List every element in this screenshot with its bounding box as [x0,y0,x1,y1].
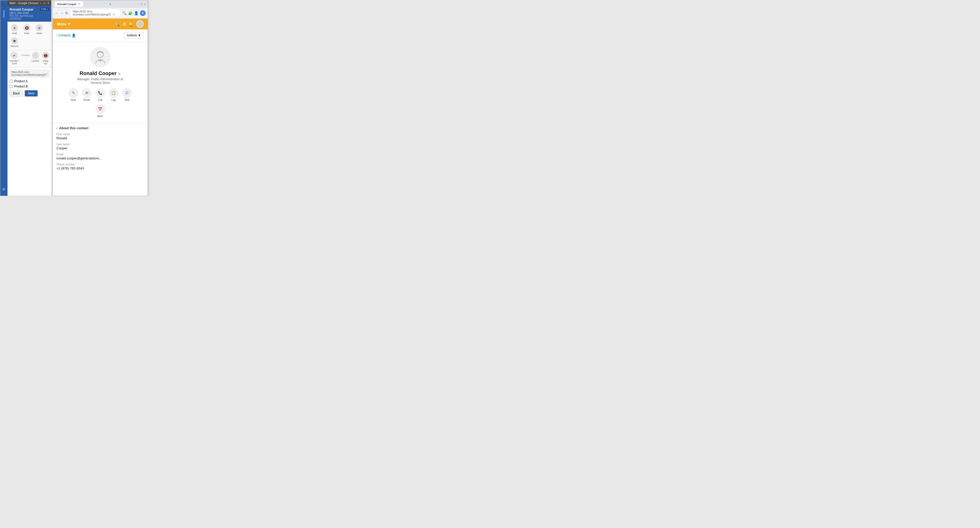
hold-label: Hold [12,32,17,35]
url-text: https://b32.nice-incontact.com/WebScript… [73,10,111,16]
first-name-label: First name [56,132,144,136]
log-label: Log [111,99,116,101]
chrome-tab[interactable]: Ronald Cooper ✕ [55,1,83,7]
extensions-icon[interactable]: 🧩 [128,11,132,15]
caller-id: RM_0B_AgentScript (4136642) [10,14,40,20]
forward-nav-button[interactable]: → [60,11,64,15]
call-header: Ronald Cooper (801) 598-6260 RM_0B_Agent… [8,6,51,22]
hangup-icon: 📵 [42,52,49,59]
new-tab-button[interactable]: + [109,2,111,6]
profile-avatar[interactable]: A [140,10,146,16]
last-name-field: Last name Cooper [56,143,144,150]
refresh-button[interactable]: ↻ [65,11,68,15]
user-avatar[interactable] [136,21,143,28]
task-action[interactable]: ☑ Task [123,88,132,101]
phone-icon[interactable]: 📞 [2,3,6,7]
task-icon: ☑ [123,88,132,97]
notifications-icon[interactable]: 🔔 [129,22,134,27]
phone-field: Phone number +1 (876) 765 6543 [56,163,144,170]
about-section: ‹ About this contact First name Ronald L… [53,123,148,176]
contact-full-name: Ronald Cooper [80,70,116,77]
meet-icon: 📅 [95,104,105,114]
transfer-icon: ⇄ [11,52,18,59]
chrome-nav-buttons: ← → ↻ [55,11,68,15]
actions-chevron-icon: ▼ [138,33,141,37]
connect-label: Connect [21,54,30,56]
back-arrow-icon: ‹ [56,33,57,37]
last-name-value: Cooper [56,146,144,150]
email-value: ronald.cooper@generalstore... [56,156,144,160]
contacts-header: ‹ Contacts 👤 Actions ▼ [53,29,148,41]
transfer-conf-button[interactable]: ⇄ Transfer / Conf [8,51,20,66]
next-button[interactable]: Next [25,90,38,96]
product-a-item: Product A [10,80,49,83]
contacts-back-link[interactable]: ‹ Contacts 👤 [56,33,76,37]
connect-button[interactable]: Connect [21,51,30,66]
call-action[interactable]: 📞 Call [95,88,105,101]
search-lens-icon[interactable]: 🔍 [122,11,127,15]
phone-label: Phone number [56,163,144,166]
email-label: Email [84,99,90,101]
mute-label: Mute [24,32,29,35]
product-a-checkbox[interactable] [10,80,13,83]
email-icon: ✉ [82,88,92,97]
launch-button[interactable]: ↑ Launch [31,51,40,66]
call-timer: 0:26 » [40,8,49,11]
mask-button[interactable]: ⊗ Mask [33,23,45,36]
phone-value: +1 (876) 765 6543 [56,166,144,170]
contacts-label: Contacts [59,33,71,37]
max-main-content: MAX - Google Chrome − □ × Ronald Cooper … [8,0,51,196]
call-controls-row2: ⇄ Transfer / Conf Connect ↑ Launch 📵 Han… [8,50,51,68]
url-bar[interactable]: https://b32.nice-incontact.com/WebScript… [70,9,121,17]
close-btn[interactable]: × [48,1,49,5]
product-b-item: Product B [10,85,49,88]
email-action[interactable]: ✉ Email [82,88,92,101]
script-url-bar: https://b32.nice-incontact.com/WebScript… [10,70,49,77]
tab-title: Ronald Cooper [57,3,76,6]
edit-name-icon[interactable]: ✎ [118,72,121,76]
meet-row: 📅 Meet [95,104,105,118]
product-b-label: Product B [14,85,28,88]
tab-close-icon[interactable]: ✕ [78,2,80,6]
hangup-button[interactable]: 📵 Hang Up [41,51,50,66]
last-name-label: Last name [56,143,144,146]
note-action[interactable]: ✎ Note [69,88,78,101]
back-nav-button[interactable]: ← [55,11,59,15]
timer-badge: 0:26 » [40,8,49,11]
first-name-value: Ronald [56,136,144,140]
about-header[interactable]: ‹ About this contact [56,126,144,130]
expand-icon[interactable]: ⤢ [46,72,48,75]
back-button[interactable]: Back [10,90,23,96]
product-b-checkbox[interactable] [10,85,13,88]
transfer-label: Transfer / Conf [9,60,19,65]
chrome-restore[interactable]: □ [141,3,143,6]
hubspot-content: ‹ Contacts 👤 Actions ▼ [53,29,148,196]
hangup-label: Hang Up [41,60,50,65]
contact-person-icon: 👤 [72,33,76,37]
active-indicator [3,10,5,18]
search-topbar-icon[interactable]: 🔍 [115,22,120,27]
hubspot-topbar: Menu ▼ 🔍 ⚙ 🔔 [53,19,148,29]
chrome-close[interactable]: × [144,3,146,6]
chrome-profile-icon[interactable]: 👤 [134,11,138,15]
max-titlebar: MAX - Google Chrome − □ × [8,0,51,6]
log-action[interactable]: 📋 Log [109,88,118,101]
maximize-btn[interactable]: □ [44,1,45,5]
settings-icon[interactable]: ⚙ [123,22,126,27]
chrome-toolbar: ← → ↻ https://b32.nice-incontact.com/Web… [53,8,148,19]
actions-button[interactable]: Actions ▼ [124,32,144,39]
contact-avatar [90,47,111,67]
grid-icon[interactable]: ⊞ [2,187,5,191]
call-label: Call [98,99,102,101]
launch-icon: ↑ [32,52,39,59]
mute-button[interactable]: 🔇 Mute [21,23,33,36]
minimize-btn[interactable]: − [40,1,41,5]
hold-button[interactable]: ⏸ Hold [8,23,21,36]
record-button[interactable]: ⏺ Record [8,36,21,48]
meet-action[interactable]: 📅 Meet [95,104,105,118]
left-sidebar-strip: 📞 ⊞ [0,0,8,196]
menu-button[interactable]: Menu ▼ [57,22,71,26]
mask-icon: ⊗ [36,24,43,32]
mask-label: Mask [37,32,42,35]
chrome-minimize[interactable]: − [137,3,139,6]
